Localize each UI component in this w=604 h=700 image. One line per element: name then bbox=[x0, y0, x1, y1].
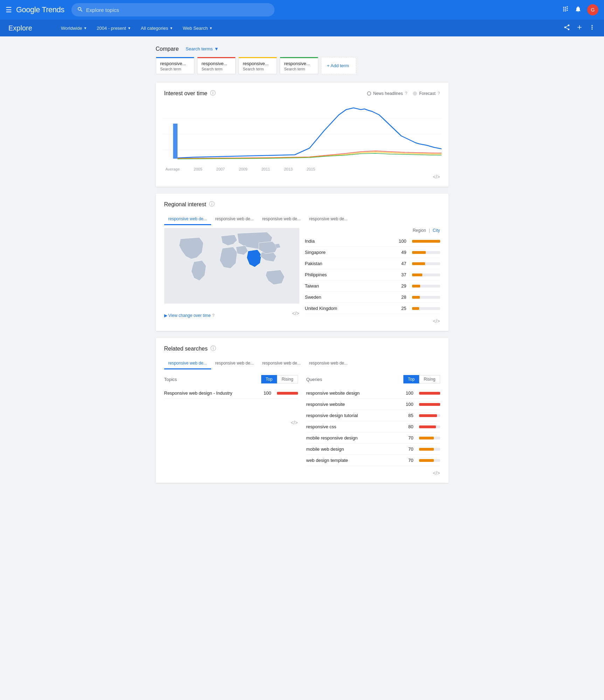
country-value-philippines: 37 bbox=[397, 272, 407, 277]
bar-fill-uk bbox=[412, 307, 419, 310]
query-bar-fill-5 bbox=[419, 437, 434, 439]
regional-tab-4[interactable]: responsive web de... bbox=[305, 214, 352, 225]
queries-top-button[interactable]: Top bbox=[403, 375, 419, 383]
chip-term-1: responsive... bbox=[160, 61, 190, 66]
query-value-5: 70 bbox=[404, 435, 414, 441]
help-icon-news: ? bbox=[405, 91, 407, 96]
query-bar-2 bbox=[419, 403, 440, 406]
app-grid-icon[interactable] bbox=[562, 6, 569, 14]
regional-tab-3[interactable]: responsive web de... bbox=[258, 214, 305, 225]
chart-toggles: News headlines ? Forecast ? bbox=[367, 91, 440, 96]
chevron-down-icon: ▼ bbox=[83, 26, 87, 30]
view-change-button[interactable]: ▶ View change over time ? bbox=[164, 313, 215, 318]
help-icon[interactable]: ⓘ bbox=[210, 90, 216, 97]
queries-rising-button[interactable]: Rising bbox=[419, 375, 440, 383]
query-row-3: responsive design tutorial 85 bbox=[306, 410, 440, 421]
embed-code-icon-countries[interactable]: </> bbox=[433, 318, 440, 324]
date-range-filter[interactable]: 2004 - present ▼ bbox=[92, 23, 135, 33]
query-row-1: responsive website design 100 bbox=[306, 388, 440, 399]
chevron-down-icon: ▼ bbox=[127, 26, 131, 30]
query-name-5: mobile responsive design bbox=[306, 435, 401, 441]
avatar[interactable]: G bbox=[587, 4, 598, 15]
news-headlines-toggle[interactable]: News headlines ? bbox=[367, 91, 407, 96]
query-name-1: responsive website design bbox=[306, 390, 401, 396]
topics-top-button[interactable]: Top bbox=[261, 375, 277, 383]
regional-tab-2[interactable]: responsive web de... bbox=[211, 214, 258, 225]
bar-fill-india bbox=[412, 240, 440, 243]
country-row-taiwan: Taiwan 29 bbox=[305, 280, 440, 292]
query-value-7: 70 bbox=[404, 458, 414, 463]
query-bar-6 bbox=[419, 448, 440, 451]
topic-row-1: Responsive web design - Industry 100 bbox=[164, 388, 298, 399]
query-row-5: mobile responsive design 70 bbox=[306, 432, 440, 444]
help-icon-change: ? bbox=[212, 313, 215, 318]
country-name-philippines: Philippines bbox=[305, 272, 394, 277]
related-tab-4[interactable]: responsive web de... bbox=[305, 358, 352, 369]
embed-code-icon-queries[interactable]: </> bbox=[433, 470, 440, 476]
query-name-6: mobile web design bbox=[306, 446, 401, 452]
queries-column: Queries Top Rising responsive website de… bbox=[306, 375, 440, 476]
embed-code-icon[interactable]: </> bbox=[433, 174, 440, 180]
more-options-icon[interactable] bbox=[589, 24, 596, 33]
hamburger-menu-icon[interactable]: ☰ bbox=[6, 6, 12, 14]
compare-section: Compare Search terms ▼ responsive... Sea… bbox=[156, 45, 449, 74]
chip-type-2: Search term bbox=[202, 67, 231, 71]
embed-code-icon-topics[interactable]: </> bbox=[291, 420, 298, 425]
related-tab-1[interactable]: responsive web de... bbox=[164, 358, 211, 369]
search-term-chip-3[interactable]: responsive... Search term bbox=[238, 57, 277, 74]
queries-top-rising: Top Rising bbox=[403, 375, 440, 383]
worldwide-filter[interactable]: Worldwide ▼ bbox=[57, 23, 91, 33]
regional-interest-title: Regional interest ⓘ bbox=[164, 201, 215, 208]
topic-value-1: 100 bbox=[262, 390, 271, 396]
notifications-icon[interactable] bbox=[575, 6, 582, 14]
topics-top-rising: Top Rising bbox=[261, 375, 298, 383]
query-value-1: 100 bbox=[404, 390, 414, 396]
x-label-2009: 2009 bbox=[239, 167, 247, 171]
search-term-chip-4[interactable]: responsive... Search term bbox=[280, 57, 318, 74]
topics-column: Topics Top Rising Responsive web design … bbox=[164, 375, 298, 476]
search-terms-row: responsive... Search term responsive... … bbox=[156, 57, 449, 74]
query-bar-fill-7 bbox=[419, 459, 434, 462]
topic-bar-1 bbox=[277, 392, 298, 395]
topics-rising-button[interactable]: Rising bbox=[277, 375, 298, 383]
second-navigation: Explore Worldwide ▼ 2004 - present ▼ All… bbox=[0, 20, 604, 36]
search-type-filter[interactable]: Web Search ▼ bbox=[179, 23, 217, 33]
share-icon[interactable] bbox=[563, 24, 570, 33]
help-icon-related[interactable]: ⓘ bbox=[210, 345, 216, 352]
related-grid: Topics Top Rising Responsive web design … bbox=[164, 375, 440, 476]
country-bar-sweden bbox=[412, 296, 440, 299]
search-input[interactable] bbox=[86, 7, 269, 13]
related-searches-header: Related searches ⓘ bbox=[164, 345, 440, 352]
related-tab-3[interactable]: responsive web de... bbox=[258, 358, 305, 369]
embed-code-icon-map[interactable]: </> bbox=[292, 311, 299, 316]
chevron-down-icon: ▼ bbox=[214, 46, 219, 51]
query-name-7: web design template bbox=[306, 458, 401, 463]
region-toggle[interactable]: Region bbox=[413, 228, 426, 233]
search-term-chip-1[interactable]: responsive... Search term bbox=[156, 57, 194, 74]
chip-term-2: responsive... bbox=[202, 61, 231, 66]
city-toggle[interactable]: City bbox=[433, 228, 440, 233]
bar-fill-sweden bbox=[412, 296, 420, 299]
related-tab-2[interactable]: responsive web de... bbox=[211, 358, 258, 369]
x-label-2007: 2007 bbox=[216, 167, 225, 171]
search-term-chip-2[interactable]: responsive... Search term bbox=[197, 57, 236, 74]
add-term-button[interactable]: + Add term bbox=[321, 57, 356, 74]
add-icon[interactable] bbox=[576, 24, 583, 33]
forecast-toggle[interactable]: Forecast ? bbox=[413, 91, 440, 96]
categories-filter[interactable]: All categories ▼ bbox=[137, 23, 177, 33]
country-name-uk: United Kingdom bbox=[305, 306, 394, 311]
help-icon-regional[interactable]: ⓘ bbox=[209, 201, 215, 208]
query-row-4: responsive css 80 bbox=[306, 421, 440, 432]
compare-header: Compare Search terms ▼ bbox=[156, 45, 449, 53]
regional-tab-1[interactable]: responsive web de... bbox=[164, 214, 211, 225]
topic-bar-fill-1 bbox=[277, 392, 298, 395]
country-name-singapore: Singapore bbox=[305, 250, 394, 255]
interest-chart bbox=[163, 103, 442, 166]
query-row-7: web design template 70 bbox=[306, 455, 440, 466]
country-bar-pakistan bbox=[412, 262, 440, 265]
region-city-toggle: Region | City bbox=[305, 228, 440, 233]
compare-type-button[interactable]: Search terms ▼ bbox=[183, 45, 221, 53]
toggle-dot-news bbox=[367, 91, 371, 96]
country-name-india: India bbox=[305, 238, 394, 244]
country-bar-uk bbox=[412, 307, 440, 310]
